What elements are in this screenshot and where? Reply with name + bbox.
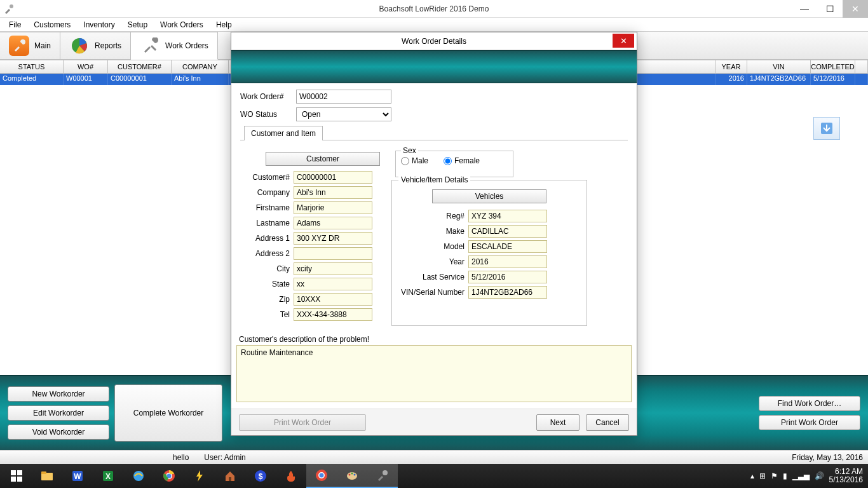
explorer-icon[interactable] xyxy=(32,464,62,488)
col-completed[interactable]: COMPLETED xyxy=(811,60,855,73)
make-label: Make xyxy=(398,227,465,236)
dollar-icon[interactable]: $ xyxy=(245,464,276,488)
chrome-active-icon[interactable] xyxy=(306,464,337,488)
maximize-button[interactable]: ☐ xyxy=(817,0,843,18)
vin-input[interactable] xyxy=(468,286,547,299)
start-button[interactable] xyxy=(1,464,32,488)
model-input[interactable] xyxy=(468,240,547,253)
customer-picker-button[interactable]: Customer xyxy=(266,152,380,166)
svg-point-26 xyxy=(351,473,353,475)
menu-setup[interactable]: Setup xyxy=(121,19,154,30)
tray-clock[interactable]: 6:12 AM 5/13/2016 xyxy=(829,468,863,484)
tab-main[interactable]: Main xyxy=(0,32,60,59)
flame-icon[interactable] xyxy=(276,464,306,488)
lastname-input[interactable] xyxy=(294,217,372,229)
dialog-close-button[interactable]: ✕ xyxy=(613,34,634,48)
address1-input[interactable] xyxy=(294,232,372,245)
sex-female-radio[interactable] xyxy=(444,157,452,165)
col-vin[interactable]: VIN xyxy=(747,60,811,73)
main-area: STATUS WO# CUSTOMER# COMPANY YEAR VIN CO… xyxy=(0,60,868,450)
menu-file[interactable]: File xyxy=(3,19,27,30)
house-icon[interactable] xyxy=(215,464,245,488)
system-tray[interactable]: ▴ ⊞ ⚑ ▮ ▁▃▅ 🔊 6:12 AM 5/13/2016 xyxy=(750,468,867,484)
chrome-icon[interactable] xyxy=(154,464,184,488)
close-button[interactable]: ✕ xyxy=(843,0,868,18)
next-button[interactable]: Next xyxy=(536,414,580,431)
tray-volume-icon[interactable]: 🔊 xyxy=(815,471,824,480)
sex-female-option[interactable]: Female xyxy=(444,156,480,165)
lowrider-icon[interactable] xyxy=(367,464,398,488)
svg-rect-9 xyxy=(41,471,46,474)
cancel-button[interactable]: Cancel xyxy=(586,414,629,431)
model-label: Model xyxy=(398,242,465,251)
find-workorder-button[interactable]: Find Work Order… xyxy=(759,396,860,411)
sex-male-option[interactable]: Male xyxy=(401,156,428,165)
ie-icon[interactable] xyxy=(123,464,154,488)
print-workorder-button[interactable]: Print Work Order xyxy=(759,415,860,430)
tools-icon xyxy=(140,36,160,56)
col-status[interactable]: STATUS xyxy=(0,60,64,73)
sex-male-radio[interactable] xyxy=(401,157,409,165)
workorder-num-input[interactable] xyxy=(296,90,391,104)
wo-status-select[interactable]: Open xyxy=(296,107,391,121)
reg-label: Reg# xyxy=(398,212,465,220)
menu-inventory[interactable]: Inventory xyxy=(77,19,121,30)
reg-input[interactable] xyxy=(468,210,547,222)
svg-point-23 xyxy=(320,473,324,478)
tab-reports[interactable]: Reports xyxy=(60,32,131,59)
menu-workorders[interactable]: Work Orders xyxy=(154,19,210,30)
tray-battery-icon[interactable]: ▮ xyxy=(783,471,787,480)
paint-icon[interactable] xyxy=(337,464,367,488)
tray-wifi-icon[interactable]: ▁▃▅ xyxy=(792,471,810,480)
excel-icon[interactable]: X xyxy=(93,464,123,488)
svg-rect-18 xyxy=(229,477,231,481)
make-input[interactable] xyxy=(468,225,547,238)
minimize-button[interactable]: — xyxy=(792,0,817,18)
cell-year: 2016 xyxy=(715,74,747,85)
edit-workorder-button[interactable]: Edit Workorder xyxy=(8,405,109,421)
menu-help[interactable]: Help xyxy=(210,19,238,30)
vehicles-picker-button[interactable]: Vehicles xyxy=(432,189,546,203)
address2-label: Address 2 xyxy=(247,249,290,258)
year-input[interactable] xyxy=(468,255,547,268)
firstname-label: Firstname xyxy=(247,203,290,212)
download-button[interactable] xyxy=(813,117,840,140)
tab-customer-and-item[interactable]: Customer and Item xyxy=(244,126,323,140)
dialog-stripe xyxy=(231,50,637,83)
lightning-icon[interactable] xyxy=(184,464,215,488)
last-service-input[interactable] xyxy=(468,271,547,283)
col-customer[interactable]: CUSTOMER# xyxy=(108,60,172,73)
window-title: Boachsoft LowRider 2016 Demo xyxy=(379,4,489,13)
tray-chevron-up-icon[interactable]: ▴ xyxy=(750,471,754,480)
svg-point-28 xyxy=(383,470,388,475)
address2-input[interactable] xyxy=(294,247,372,260)
tray-flag-icon[interactable]: ⚑ xyxy=(771,471,778,480)
tray-window-icon[interactable]: ⊞ xyxy=(759,471,766,480)
void-workorder-button[interactable]: Void Workorder xyxy=(8,424,109,440)
dialog-print-button: Print Work Order xyxy=(239,414,366,431)
vehicle-group: Vehicle/Item Details Vehicles Reg# Make … xyxy=(391,180,587,326)
customer-num-input[interactable] xyxy=(294,171,372,184)
zip-input[interactable] xyxy=(294,293,372,306)
menu-customers[interactable]: Customers xyxy=(27,19,77,30)
state-input[interactable] xyxy=(294,278,372,290)
wrench-icon xyxy=(9,36,29,56)
tel-input[interactable] xyxy=(294,308,372,321)
new-workorder-button[interactable]: New Workorder xyxy=(8,386,109,402)
company-input[interactable] xyxy=(294,186,372,199)
svg-rect-4 xyxy=(11,470,16,475)
col-year[interactable]: YEAR xyxy=(715,60,747,73)
col-wo[interactable]: WO# xyxy=(64,60,108,73)
complete-workorder-button[interactable]: Complete Workorder xyxy=(114,384,222,442)
word-icon[interactable]: W xyxy=(62,464,93,488)
city-input[interactable] xyxy=(294,262,372,275)
sex-group: Sex Male Female xyxy=(395,151,513,177)
cell-end xyxy=(855,74,868,85)
firstname-input[interactable] xyxy=(294,201,372,214)
workorder-details-dialog: Work Order Details ✕ Work Order# WO Stat… xyxy=(231,32,637,436)
svg-text:X: X xyxy=(105,472,111,481)
tab-workorders[interactable]: Work Orders xyxy=(131,32,218,60)
dialog-title: Work Order Details xyxy=(402,37,466,46)
problem-desc-input[interactable] xyxy=(236,345,632,402)
col-company[interactable]: COMPANY xyxy=(172,60,229,73)
